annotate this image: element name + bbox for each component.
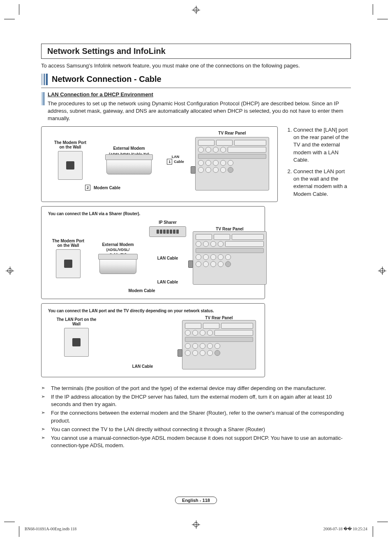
wall-port-label: The LAN Port on the Wall [56, 317, 97, 326]
modem-illustration [99, 258, 136, 274]
wall-port-label: The Modem Port on the Wall [52, 140, 89, 149]
note-item: ➣ The terminals (the position of the por… [41, 385, 351, 392]
ip-sharer-label: IP Sharer [159, 220, 177, 225]
external-modem-sublabel-1: (ADSL/VDSL/ [106, 248, 130, 252]
section-heading-network-connection-cable: Network Connection - Cable [41, 74, 351, 88]
step-2-text: Connect the LAN port on the wall and the… [293, 168, 347, 197]
wall-port-label: The Modem Port on the Wall [50, 239, 87, 248]
register-mark-left [6, 267, 14, 275]
lan-port-icon [191, 166, 196, 174]
note-text: The terminals (the position of the port … [51, 385, 326, 392]
diagram-1: TV Rear Panel The Modem Port on the Wall [41, 126, 278, 202]
crop-tick [19, 526, 19, 537]
modem-cable-label: Modem Cable [94, 186, 120, 190]
tv-rear-panel-illustration [195, 137, 269, 190]
note-item: ➣ If the IP address allocation by the DH… [41, 393, 351, 408]
sub-section-title: LAN Connection for a DHCP Environment [48, 91, 351, 98]
notes-list: ➣ The terminals (the position of the por… [41, 385, 351, 450]
section-title: Network Connection - Cable [52, 74, 161, 84]
lan-cable-label-line1: LAN [172, 155, 180, 159]
page-content: Network Settings and InfoLink To access … [41, 41, 351, 508]
crop-tick [4, 19, 15, 19]
lan-cable-label-line2: Cable [174, 160, 184, 164]
note-text: If the IP address allocation by the DHCP… [51, 393, 351, 408]
note-item: ➣ You cannot use a manual-connection-typ… [41, 434, 351, 449]
footer-right: 2008-07-18 �� 10:25:24 [323, 527, 367, 531]
register-mark-right [378, 267, 386, 275]
note-text: For the connections between the external… [51, 409, 351, 424]
page-footer: English - 118 [0, 496, 392, 504]
wall-jack-illustration [58, 151, 83, 180]
page-number-pill: English - 118 [175, 497, 217, 504]
wall-jack-illustration [64, 328, 89, 357]
lan-port-icon [188, 260, 193, 268]
crop-tick [373, 526, 373, 537]
external-modem-label: External Modem [113, 146, 145, 151]
accent-bars-icon [41, 74, 48, 85]
note-arrow-icon: ➣ [41, 434, 47, 449]
router-illustration [149, 226, 186, 237]
crop-tick [4, 522, 15, 522]
note-arrow-icon: ➣ [41, 409, 47, 424]
section-heading-network-settings: Network Settings and InfoLink [41, 44, 351, 59]
note-item: ➣ For the connections between the extern… [41, 409, 351, 424]
wall-jack-illustration [56, 249, 81, 278]
modem-cable-label: Modem Cable [128, 288, 155, 293]
lan-port-icon [178, 349, 182, 357]
diagram-3: You can connect the LAN port and the TV … [41, 303, 265, 377]
note-arrow-icon: ➣ [41, 385, 47, 392]
modem-illustration [106, 158, 152, 174]
lan-cable-label: LAN Cable [132, 364, 153, 369]
crop-tick [19, 4, 19, 15]
crop-tick [377, 19, 388, 19]
step-tag-1: 1 [167, 159, 172, 165]
footer-meta: BN68-01691A-00Eng.indb 118 2008-07-18 ��… [25, 527, 367, 531]
section-title: Network Settings and InfoLink [47, 46, 166, 56]
diagram-2: You can connect the LAN via a Sharer (Ro… [41, 206, 265, 299]
tv-rear-panel-illustration [193, 231, 267, 285]
tv-rear-panel-label: TV Rear Panel [205, 316, 233, 320]
crop-tick [373, 4, 373, 15]
step-1: Connect the [LAN] port on the rear panel… [293, 126, 351, 164]
diagram-2-heading: You can connect the LAN via a Sharer (Ro… [48, 211, 261, 216]
note-item: ➣ You can connect the TV to the LAN dire… [41, 426, 351, 433]
step-1-text: Connect the [LAN] port on the rear panel… [293, 127, 348, 163]
diagram1-and-steps: TV Rear Panel The Modem Port on the Wall [41, 126, 351, 202]
register-mark-top [192, 6, 200, 14]
sub-section-description: The procedures to set up the network usi… [48, 100, 351, 123]
step-2: Connect the LAN port on the wall and the… [293, 168, 351, 198]
tv-rear-panel-label: TV Rear Panel [216, 227, 243, 231]
steps-list: Connect the [LAN] port on the rear panel… [285, 126, 351, 202]
mini-accent-bars-icon [41, 92, 44, 105]
note-text: You can connect the TV to the LAN direct… [51, 426, 265, 433]
intro-paragraph: To access Samsung's Infolink network fea… [41, 62, 351, 70]
note-text: You cannot use a manual-connection-type … [51, 434, 351, 449]
note-arrow-icon: ➣ [41, 393, 47, 408]
lan-cable-label: LAN Cable [157, 280, 178, 284]
external-modem-label: External Modem [102, 242, 134, 247]
crop-tick [377, 522, 388, 522]
tv-rear-panel-label: TV Rear Panel [191, 131, 273, 135]
footer-left: BN68-01691A-00Eng.indb 118 [25, 527, 76, 531]
sub-section-lan-dhcp: LAN Connection for a DHCP Environment Th… [41, 91, 351, 123]
step-tag-2: 2 [85, 185, 90, 190]
tv-rear-panel-illustration [182, 320, 256, 369]
lan-cable-label: LAN Cable [157, 256, 178, 260]
note-arrow-icon: ➣ [41, 426, 47, 433]
diagram-3-heading: You can connect the LAN port and the TV … [48, 309, 261, 313]
